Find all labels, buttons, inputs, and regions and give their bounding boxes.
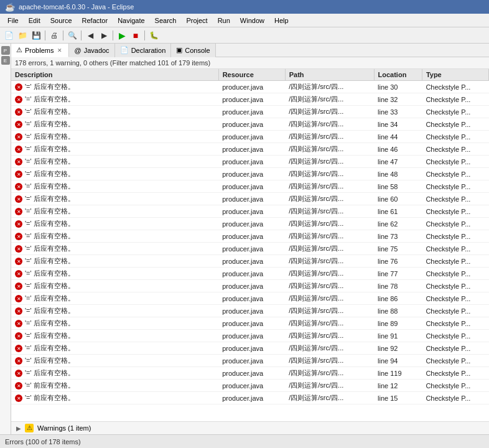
table-row[interactable]: '=' 后应有空格。producer.java/四则运算/src/四...lin… — [11, 106, 489, 118]
menu-run[interactable]: Run — [213, 16, 235, 26]
tab-console[interactable]: ▣ Console — [171, 44, 215, 57]
error-description: '=' 后应有空格。 — [11, 205, 218, 218]
table-row[interactable]: '=' 后应有空格。producer.java/四则运算/src/四...lin… — [11, 305, 489, 317]
table-row[interactable]: '=' 后应有空格。producer.java/四则运算/src/四...lin… — [11, 342, 489, 355]
error-description: '=' 后应有空格。 — [11, 280, 218, 292]
table-row[interactable]: '=' 后应有空格。producer.java/四则运算/src/四...lin… — [11, 280, 489, 292]
sidebar-icon-1[interactable]: P — [1, 46, 10, 55]
table-row[interactable]: '=' 后应有空格。producer.java/四则运算/src/四...lin… — [11, 168, 489, 180]
error-type: Checkstyle P... — [422, 193, 488, 205]
next-btn[interactable]: ▶ — [98, 29, 110, 42]
warnings-section[interactable]: ▶ ⚠ Warnings (1 item) — [11, 421, 489, 434]
debug-btn[interactable]: 🐛 — [147, 29, 160, 42]
table-row[interactable]: '=' 后应有空格。producer.java/四则运算/src/四...lin… — [11, 156, 489, 168]
col-header-path[interactable]: Path — [285, 69, 374, 81]
error-path: /四则运算/src/四... — [285, 292, 374, 305]
menu-search[interactable]: Search — [150, 16, 182, 26]
search-btn[interactable]: 🔍 — [66, 29, 78, 42]
error-icon — [15, 121, 22, 128]
col-header-location[interactable]: Location — [374, 69, 422, 81]
error-description: '=' 后应有空格。 — [11, 218, 218, 230]
table-row[interactable]: '=' 后应有空格。producer.java/四则运算/src/四...lin… — [11, 131, 489, 143]
error-path: /四则运算/src/四... — [285, 330, 374, 342]
new-btn[interactable]: 📄 — [2, 29, 15, 42]
error-description: '=' 后应有空格。 — [11, 131, 218, 143]
error-resource: producer.java — [218, 367, 285, 380]
table-row[interactable]: '=' 后应有空格。producer.java/四则运算/src/四...lin… — [11, 143, 489, 156]
tab-problems-close[interactable]: ✕ — [56, 47, 63, 54]
table-row[interactable]: '=' 后应有空格。producer.java/四则运算/src/四...lin… — [11, 93, 489, 106]
error-type: Checkstyle P... — [422, 305, 488, 317]
error-location: line 76 — [374, 255, 422, 268]
sep4 — [113, 30, 113, 40]
run-btn[interactable]: ▶ — [116, 29, 128, 42]
table-row[interactable]: '=' 后应有空格。producer.java/四则运算/src/四...lin… — [11, 268, 489, 280]
error-icon — [15, 96, 22, 103]
error-path: /四则运算/src/四... — [285, 168, 374, 180]
problems-tab-icon: ⚠ — [16, 46, 22, 54]
tab-javadoc[interactable]: @ Javadoc — [69, 44, 114, 57]
error-description: '=' 后应有空格。 — [11, 292, 218, 305]
error-resource: producer.java — [218, 81, 285, 93]
tab-problems[interactable]: ⚠ Problems ✕ — [11, 44, 69, 57]
menu-file[interactable]: File — [2, 16, 24, 26]
table-row[interactable]: '=' 后应有空格。producer.java/四则运算/src/四...lin… — [11, 292, 489, 305]
table-row[interactable]: '=' 后应有空格。producer.java/四则运算/src/四...lin… — [11, 243, 489, 255]
error-location: line 15 — [374, 392, 422, 404]
error-location: line 47 — [374, 156, 422, 168]
table-row[interactable]: '=' 前应有空格。producer.java/四则运算/src/四...lin… — [11, 392, 489, 404]
left-sidebar: P E — [0, 44, 11, 434]
error-description: '=' 后应有空格。 — [11, 193, 218, 205]
save-btn[interactable]: 💾 — [30, 29, 42, 42]
error-location: line 61 — [374, 205, 422, 218]
error-location: line 119 — [374, 367, 422, 380]
error-resource: producer.java — [218, 268, 285, 280]
error-resource: producer.java — [218, 131, 285, 143]
error-path: /四则运算/src/四... — [285, 143, 374, 156]
table-row[interactable]: '=' 后应有空格。producer.java/四则运算/src/四...lin… — [11, 193, 489, 205]
error-icon — [15, 270, 22, 278]
error-location: line 62 — [374, 218, 422, 230]
table-row[interactable]: '=' 后应有空格。producer.java/四则运算/src/四...lin… — [11, 118, 489, 131]
tab-declaration[interactable]: 📄 Declaration — [115, 44, 172, 57]
error-resource: producer.java — [218, 255, 285, 268]
col-header-type[interactable]: Type — [422, 69, 488, 81]
error-resource: producer.java — [218, 118, 285, 131]
tab-bar: ⚠ Problems ✕ @ Javadoc 📄 Declaration ▣ C… — [11, 44, 489, 57]
menu-project[interactable]: Project — [181, 16, 212, 26]
error-resource: producer.java — [218, 355, 285, 367]
col-header-description[interactable]: Description — [11, 69, 218, 81]
warning-icon: ⚠ — [25, 424, 34, 432]
table-row[interactable]: '=' 后应有空格。producer.java/四则运算/src/四...lin… — [11, 230, 489, 243]
problems-table[interactable]: Description Resource Path Location Type … — [11, 69, 489, 421]
sidebar-icon-2[interactable]: E — [1, 56, 10, 65]
error-type: Checkstyle P... — [422, 268, 488, 280]
table-row[interactable]: '=' 后应有空格。producer.java/四则运算/src/四...lin… — [11, 205, 489, 218]
stop-btn[interactable]: ■ — [129, 29, 142, 42]
menu-help[interactable]: Help — [269, 16, 294, 26]
col-header-resource[interactable]: Resource — [218, 69, 285, 81]
table-row[interactable]: '=' 前应有空格。producer.java/四则运算/src/四...lin… — [11, 380, 489, 392]
menu-source[interactable]: Source — [45, 16, 77, 26]
error-location: line 34 — [374, 118, 422, 131]
error-type: Checkstyle P... — [422, 93, 488, 106]
error-icon — [15, 183, 22, 190]
table-row[interactable]: '=' 后应有空格。producer.java/四则运算/src/四...lin… — [11, 355, 489, 367]
open-btn[interactable]: 📁 — [16, 29, 29, 42]
error-path: /四则运算/src/四... — [285, 81, 374, 93]
table-row[interactable]: '=' 后应有空格。producer.java/四则运算/src/四...lin… — [11, 81, 489, 93]
menu-refactor[interactable]: Refactor — [77, 16, 113, 26]
menu-edit[interactable]: Edit — [24, 16, 45, 26]
prev-btn[interactable]: ◀ — [84, 29, 96, 42]
table-row[interactable]: '=' 后应有空格。producer.java/四则运算/src/四...lin… — [11, 218, 489, 230]
table-row[interactable]: '=' 后应有空格。producer.java/四则运算/src/四...lin… — [11, 317, 489, 330]
menu-navigate[interactable]: Navigate — [113, 16, 149, 26]
error-icon — [15, 233, 22, 240]
table-row[interactable]: '=' 后应有空格。producer.java/四则运算/src/四...lin… — [11, 367, 489, 380]
menu-window[interactable]: Window — [235, 16, 269, 26]
table-row[interactable]: '=' 后应有空格。producer.java/四则运算/src/四...lin… — [11, 255, 489, 268]
table-row[interactable]: '=' 后应有空格。producer.java/四则运算/src/四...lin… — [11, 180, 489, 193]
error-resource: producer.java — [218, 292, 285, 305]
print-btn[interactable]: 🖨 — [48, 29, 60, 42]
table-row[interactable]: '=' 后应有空格。producer.java/四则运算/src/四...lin… — [11, 330, 489, 342]
